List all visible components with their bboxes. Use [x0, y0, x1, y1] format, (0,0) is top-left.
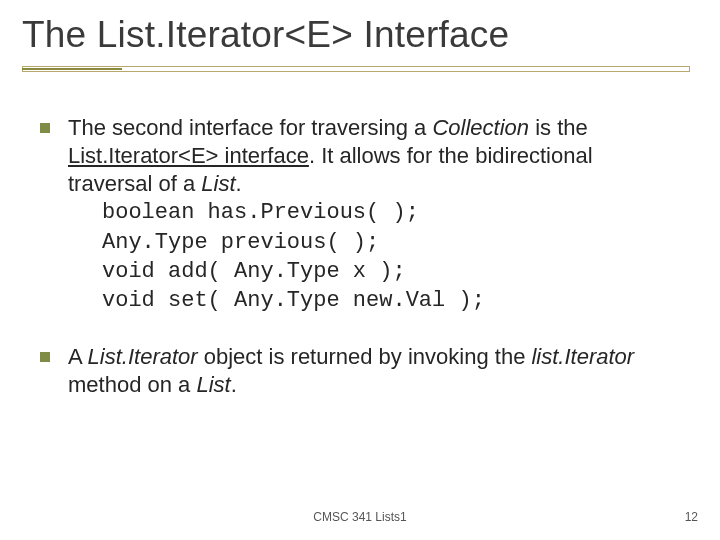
slide: The List.Iterator<E> Interface The secon… [0, 0, 720, 540]
text-italic: List [201, 171, 235, 196]
title-rule [22, 66, 690, 72]
code-line-2: Any.Type previous( ); [102, 228, 670, 257]
text: . [231, 372, 237, 397]
text: The second interface for traversing a [68, 115, 432, 140]
text-italic: List.Iterator [88, 344, 198, 369]
text: A [68, 344, 88, 369]
bullet-2: A List.Iterator object is returned by in… [40, 343, 670, 399]
code-line-4: void set( Any.Type new.Val ); [102, 286, 670, 315]
code-line-1: boolean has.Previous( ); [102, 198, 670, 227]
bullet-icon [40, 352, 50, 362]
page-number: 12 [685, 510, 698, 524]
slide-body: The second interface for traversing a Co… [40, 114, 670, 427]
bullet-1: The second interface for traversing a Co… [40, 114, 670, 315]
text-italic: List [196, 372, 230, 397]
text-underline: List.Iterator<E> interface [68, 143, 309, 168]
bullet-2-text: A List.Iterator object is returned by in… [68, 343, 670, 399]
text-italic: list.Iterator [531, 344, 634, 369]
footer-center: CMSC 341 Lists1 [0, 510, 720, 524]
code-line-3: void add( Any.Type x ); [102, 257, 670, 286]
text: method on a [68, 372, 196, 397]
title-area: The List.Iterator<E> Interface [22, 14, 690, 72]
text-italic: Collection [432, 115, 529, 140]
bullet-icon [40, 123, 50, 133]
text: object is returned by invoking the [198, 344, 532, 369]
slide-title: The List.Iterator<E> Interface [22, 14, 690, 62]
text: is the [529, 115, 588, 140]
bullet-1-text: The second interface for traversing a Co… [68, 114, 670, 315]
text: . [236, 171, 242, 196]
